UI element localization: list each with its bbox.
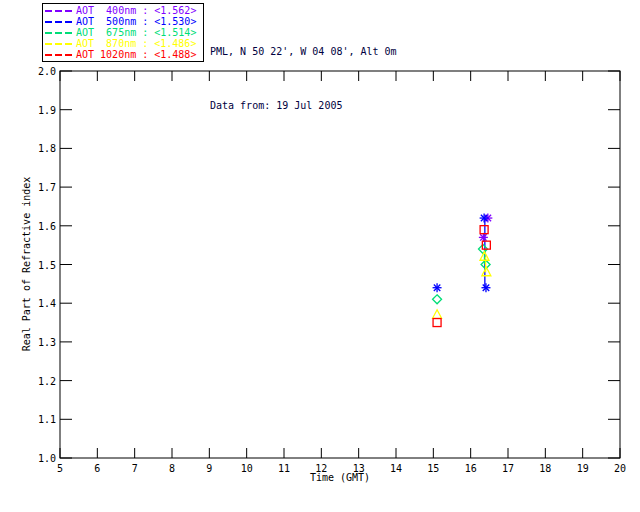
data-marker-square [433,319,441,327]
y-tick-label: 1.2 [38,376,56,387]
title-line-2: Data from: 19 Jul 2005 [210,97,397,115]
y-axis-label: Real Part of Refractive index [21,164,33,364]
legend-dashed-line-sample [45,21,72,23]
legend-label: AOT 1020nm : <1.488> [76,50,196,60]
data-marker-square [480,226,488,234]
y-tick-label: 1.9 [38,105,56,116]
legend-label: AOT 400nm : <1.562> [76,6,196,16]
legend-dashed-line-sample [45,10,72,12]
legend-dashed-line-sample [45,32,72,34]
x-tick-label: 20 [614,463,626,474]
legend-row: AOT 500nm : <1.530> [45,17,201,27]
y-tick-label: 1.1 [38,414,56,425]
legend-row: AOT 870nm : <1.486> [45,39,201,49]
title-line-1: PML, N 50 22', W 04 08', Alt 0m [210,43,397,61]
legend-dashed-line-sample [45,43,72,45]
x-tick-label: 9 [206,463,212,474]
legend-label: AOT 675nm : <1.514> [76,28,196,38]
legend-dashed-line-sample [45,54,72,56]
y-tick-label: 1.3 [38,337,56,348]
data-marker-triangle [482,267,491,276]
x-tick-label: 6 [94,463,100,474]
legend-row: AOT 400nm : <1.562> [45,6,201,16]
x-tick-label: 18 [539,463,551,474]
y-tick-label: 1.5 [38,260,56,271]
data-marker-diamond [433,295,442,304]
x-tick-label: 17 [502,463,514,474]
x-tick-label: 16 [465,463,477,474]
y-tick-label: 1.7 [38,182,56,193]
x-tick-label: 8 [169,463,175,474]
x-tick-label: 5 [57,463,63,474]
chart-root: AOT 400nm : <1.562>AOT 500nm : <1.530>AO… [0,0,640,512]
x-axis-label: Time (GMT) [240,472,440,483]
y-tick-label: 1.4 [38,298,56,309]
legend-row: AOT 1020nm : <1.488> [45,50,201,60]
title-block: PML, N 50 22', W 04 08', Alt 0m Data fro… [210,7,397,151]
x-tick-label: 7 [132,463,138,474]
legend-label: AOT 870nm : <1.486> [76,39,196,49]
legend-label: AOT 500nm : <1.530> [76,17,196,27]
legend-box: AOT 400nm : <1.562>AOT 500nm : <1.530>AO… [42,3,204,62]
data-marker-triangle [433,310,442,319]
y-tick-label: 1.8 [38,143,56,154]
y-tick-label: 2.0 [38,66,56,77]
legend-row: AOT 675nm : <1.514> [45,28,201,38]
x-tick-label: 19 [577,463,589,474]
y-tick-label: 1.6 [38,221,56,232]
y-tick-label: 1.0 [38,453,56,464]
